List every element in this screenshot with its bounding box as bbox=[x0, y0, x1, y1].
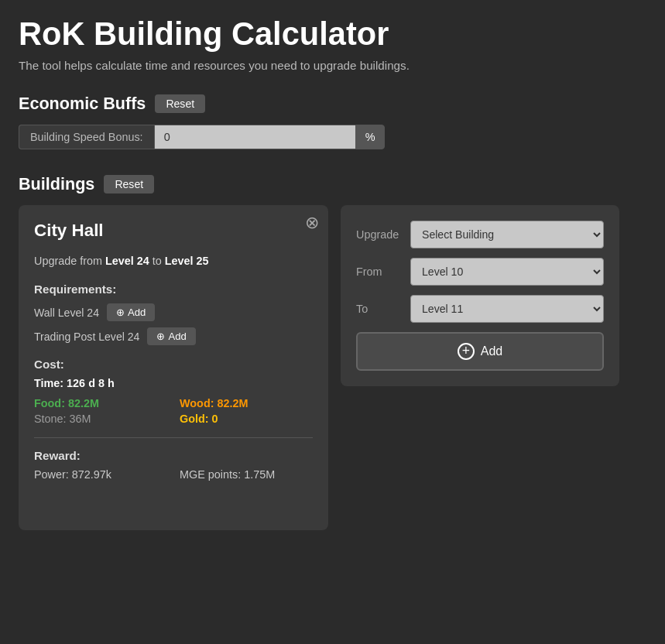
buildings-title: Buildings bbox=[19, 174, 94, 194]
add-building-label: Add bbox=[481, 344, 502, 358]
to-level-row: To Level 1 Level 2 Level 3 Level 4 Level… bbox=[356, 295, 604, 323]
requirement-row-1: Wall Level 24 ⊕ Add bbox=[34, 303, 313, 321]
buildings-header: Buildings Reset bbox=[19, 174, 646, 194]
power-reward: Power: 872.97k bbox=[34, 468, 167, 481]
add-req-2-label: Add bbox=[168, 331, 186, 342]
upgrade-to-level: Level 25 bbox=[165, 255, 209, 267]
bonus-label: Building Speed Bonus: bbox=[19, 125, 154, 149]
economic-buffs-section: Economic Buffs Reset Building Speed Bonu… bbox=[19, 94, 646, 149]
economic-buffs-header: Economic Buffs Reset bbox=[19, 94, 646, 114]
bonus-input[interactable] bbox=[154, 125, 355, 149]
wood-cost: Wood: 82.2M bbox=[180, 397, 313, 409]
buildings-grid: ⊗ City Hall Upgrade from Level 24 to Lev… bbox=[19, 205, 646, 530]
cost-section: Cost: Time: 126 d 8 h Food: 82.2M Wood: … bbox=[34, 358, 313, 425]
reward-title: Reward: bbox=[34, 449, 313, 462]
add-building-button[interactable]: + Add bbox=[356, 332, 604, 371]
plus-icon-req2: ⊕ bbox=[156, 331, 165, 342]
requirement-text-1: Wall Level 24 bbox=[34, 307, 99, 319]
from-label: From bbox=[356, 265, 403, 278]
upgrade-from-level: Level 24 bbox=[105, 255, 149, 267]
requirements-title: Requirements: bbox=[34, 283, 313, 296]
buildings-reset-button[interactable]: Reset bbox=[104, 175, 154, 194]
upgrade-info: Upgrade from Level 24 to Level 25 bbox=[34, 255, 313, 267]
upgrade-to-text: to bbox=[149, 255, 165, 267]
building-card: ⊗ City Hall Upgrade from Level 24 to Lev… bbox=[19, 205, 328, 530]
cost-title: Cost: bbox=[34, 358, 313, 371]
bonus-row: Building Speed Bonus: % bbox=[19, 125, 646, 149]
add-requirement-2-button[interactable]: ⊕ Add bbox=[147, 327, 195, 345]
gold-cost: Gold: 0 bbox=[180, 413, 313, 425]
plus-icon-req1: ⊕ bbox=[116, 307, 125, 318]
upgrade-from-label: Upgrade from bbox=[34, 255, 105, 267]
requirement-row-2: Trading Post Level 24 ⊕ Add bbox=[34, 327, 313, 345]
food-cost: Food: 82.2M bbox=[34, 397, 167, 409]
upgrade-building-row: Upgrade Select Building bbox=[356, 221, 604, 248]
to-level-dropdown[interactable]: Level 1 Level 2 Level 3 Level 4 Level 5 … bbox=[410, 295, 604, 323]
buildings-section: Buildings Reset ⊗ City Hall Upgrade from… bbox=[19, 174, 646, 530]
app-title: RoK Building Calculator bbox=[19, 15, 646, 53]
plus-circle-icon: + bbox=[458, 343, 475, 360]
mge-points-reward: MGE points: 1.75M bbox=[180, 468, 313, 481]
stone-cost: Stone: 36M bbox=[34, 413, 167, 425]
add-requirement-1-button[interactable]: ⊕ Add bbox=[107, 303, 155, 321]
requirement-text-2: Trading Post Level 24 bbox=[34, 331, 139, 343]
economic-buffs-reset-button[interactable]: Reset bbox=[155, 94, 205, 113]
add-req-1-label: Add bbox=[128, 307, 146, 318]
from-level-row: From Level 1 Level 2 Level 3 Level 4 Lev… bbox=[356, 258, 604, 286]
select-building-dropdown[interactable]: Select Building bbox=[410, 221, 604, 248]
economic-buffs-title: Economic Buffs bbox=[19, 94, 146, 114]
from-level-dropdown[interactable]: Level 1 Level 2 Level 3 Level 4 Level 5 … bbox=[410, 258, 604, 286]
reward-section: Reward: Power: 872.97k MGE points: 1.75M bbox=[34, 437, 313, 481]
time-row: Time: 126 d 8 h bbox=[34, 377, 313, 389]
building-name: City Hall bbox=[34, 221, 313, 241]
reward-grid: Power: 872.97k MGE points: 1.75M bbox=[34, 468, 313, 481]
app-subtitle: The tool helps calculate time and resour… bbox=[19, 59, 646, 72]
close-building-button[interactable]: ⊗ bbox=[305, 214, 319, 231]
resources-grid: Food: 82.2M Wood: 82.2M Stone: 36M Gold:… bbox=[34, 397, 313, 425]
upgrade-panel: Upgrade Select Building From Level 1 Lev… bbox=[341, 205, 619, 386]
upgrade-label: Upgrade bbox=[356, 228, 403, 241]
to-label: To bbox=[356, 303, 403, 315]
bonus-unit: % bbox=[355, 125, 386, 149]
